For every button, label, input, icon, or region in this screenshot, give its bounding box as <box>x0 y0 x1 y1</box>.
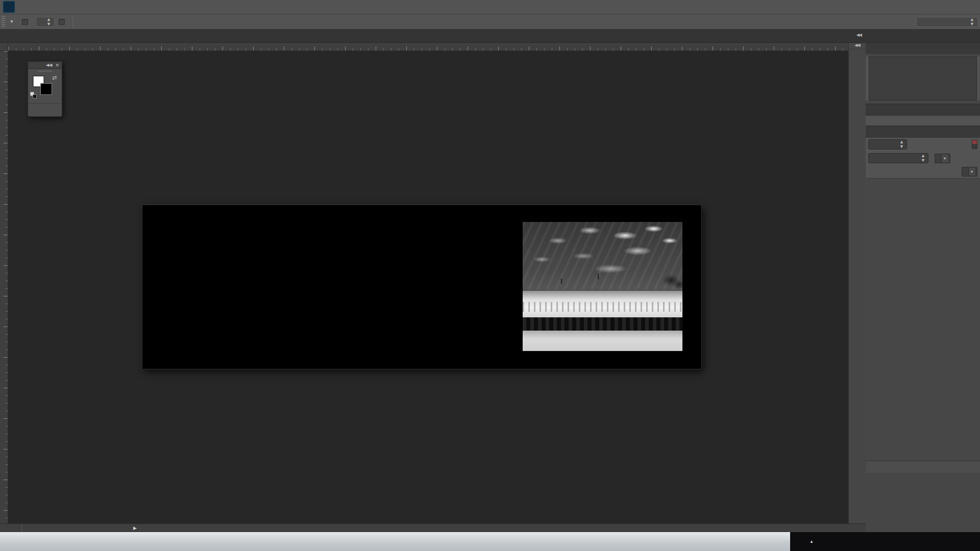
auto-select-checkbox[interactable] <box>22 19 28 25</box>
vertical-ruler[interactable] <box>0 51 8 523</box>
pier-photo-layer[interactable] <box>523 222 682 351</box>
tool-preset-caret-icon[interactable]: ▼ <box>10 19 14 24</box>
collapse-icon[interactable]: ◀◀ <box>46 63 52 67</box>
layer-filter-kind-select[interactable]: ▲▼ <box>868 139 907 149</box>
desktop-screen: { "app": { "logo": "Ps", "menu": ["File"… <box>0 0 980 551</box>
updown-arrows-icon: ▲▼ <box>46 17 51 27</box>
horizontal-ruler[interactable] <box>8 43 848 51</box>
histogram-plot <box>869 57 977 101</box>
workspace-switcher[interactable]: ▲▼ <box>916 17 978 27</box>
panel-dock-strip: ◀◀ <box>848 43 866 523</box>
color-swatches: ⇄ <box>28 73 62 103</box>
options-bar: ▼ ▲▼ ▲▼ <box>0 14 980 30</box>
document-tab-bar <box>0 30 980 43</box>
group-select[interactable]: ▲▼ <box>36 17 55 27</box>
photoshop-logo <box>3 1 15 13</box>
layers-panel: ▲▼ ▲▼ ▼ ▼ <box>866 127 980 473</box>
collapse-dock-icon[interactable]: ◀◀ <box>856 33 862 37</box>
options-bar-grip[interactable] <box>2 16 5 28</box>
photo-flagpole <box>561 279 562 284</box>
layer-filtering-toggle[interactable] <box>972 140 977 149</box>
dropdown-arrow-icon[interactable]: ▼ <box>968 168 975 176</box>
tools-palette: ◀◀✕ ⇄ <box>28 61 62 117</box>
show-transform-controls-checkbox[interactable] <box>59 19 65 25</box>
adjustments-panel <box>866 105 980 127</box>
photo-beach-sand <box>523 331 682 351</box>
panel-column: ▲▼ ▲▼ ▼ ▼ <box>866 43 980 532</box>
close-icon[interactable]: ✕ <box>55 63 59 68</box>
document-canvas[interactable] <box>142 205 701 369</box>
tools-palette-grip[interactable] <box>28 69 62 73</box>
ruler-origin-corner[interactable] <box>0 43 8 51</box>
updown-arrows-icon: ▲▼ <box>970 17 974 27</box>
photo-building <box>523 289 682 321</box>
menu-bar <box>0 0 980 14</box>
fill-field[interactable]: ▼ <box>962 167 977 177</box>
system-tray: ▲ <box>790 532 980 551</box>
default-colors-icon[interactable] <box>30 92 37 99</box>
canvas-pasteboard[interactable] <box>8 51 848 523</box>
background-color-swatch[interactable] <box>40 83 52 95</box>
blend-mode-select[interactable]: ▲▼ <box>868 153 928 163</box>
photo-flagpole <box>598 273 599 280</box>
separator <box>72 16 73 28</box>
dropdown-arrow-icon[interactable]: ▼ <box>941 155 948 162</box>
show-hidden-icons-button[interactable]: ▲ <box>810 539 814 544</box>
opacity-field[interactable]: ▼ <box>935 154 950 163</box>
photo-pier-understructure <box>523 317 682 332</box>
tools-palette-header[interactable]: ◀◀✕ <box>28 62 62 69</box>
expand-dock-icon[interactable]: ◀◀ <box>849 43 866 49</box>
layer-list-empty-area <box>866 179 980 461</box>
status-bar: ▶ <box>0 523 866 532</box>
swap-colors-icon[interactable]: ⇄ <box>52 74 57 81</box>
histogram-panel <box>866 43 980 105</box>
status-options-arrow-icon[interactable]: ▶ <box>133 525 137 531</box>
layers-panel-footer <box>866 461 980 473</box>
